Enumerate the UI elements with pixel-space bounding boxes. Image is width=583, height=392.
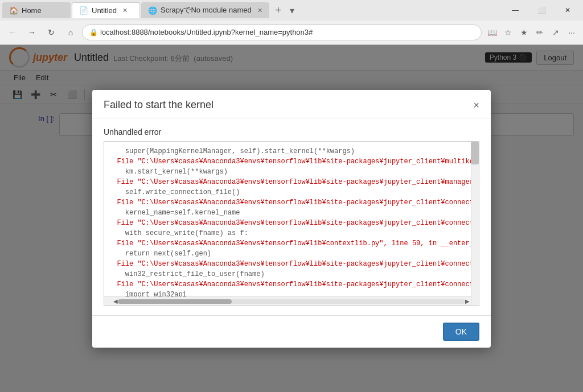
- error-line: import win32api: [109, 290, 466, 296]
- back-button[interactable]: ←: [5, 24, 20, 40]
- vertical-scrollbar[interactable]: [471, 142, 479, 306]
- untitled-tab-label: Untitled: [92, 6, 117, 15]
- scroll-left-arrow[interactable]: ◀: [113, 298, 118, 304]
- tab-untitled[interactable]: 📄 Untitled ✕: [72, 2, 140, 18]
- notes-icon[interactable]: ✏: [533, 26, 547, 39]
- error-line: kernel_name=self.kernel_name: [109, 208, 466, 218]
- error-box: super(MappingKernelManager, self).start_…: [104, 141, 479, 306]
- horizontal-scrollbar-container: ◀ ▶: [104, 296, 479, 306]
- modal-header: Failed to start the kernel ×: [92, 90, 491, 118]
- scrapy-tab-label: ScrapyでNo module named: [161, 5, 252, 15]
- error-line: File "C:\Users¥casas¥Anaconda3¥envs¥tens…: [109, 259, 466, 269]
- maximize-button[interactable]: ⬜: [528, 0, 555, 20]
- modal-close-button[interactable]: ×: [473, 100, 479, 110]
- reader-icon[interactable]: 📖: [485, 26, 499, 39]
- scroll-right-arrow[interactable]: ▶: [465, 298, 470, 304]
- error-label: Unhandled error: [104, 127, 479, 137]
- error-line: return next(self.gen): [109, 249, 466, 259]
- scrapy-tab-icon: 🌐: [148, 6, 157, 15]
- error-line: File "C:\Users¥casas¥Anaconda3¥envs¥tens…: [109, 156, 466, 167]
- error-line: super(MappingKernelManager, self).start_…: [109, 146, 466, 156]
- favorites-icon[interactable]: ☆: [501, 26, 515, 39]
- horizontal-scrollbar-thumb[interactable]: [118, 299, 232, 304]
- modal-footer: OK: [92, 315, 491, 348]
- window-controls: — ⬜ ✕: [502, 0, 581, 20]
- modal-body: Unhandled error super(MappingKernelManag…: [92, 118, 491, 315]
- minimize-button[interactable]: —: [502, 0, 528, 20]
- horizontal-scrollbar-track[interactable]: [118, 299, 465, 304]
- modal-title: Failed to start the kernel: [104, 99, 214, 111]
- error-scroll-area[interactable]: super(MappingKernelManager, self).start_…: [104, 142, 479, 296]
- error-line: self.write_connection_file(): [109, 187, 466, 197]
- tab-bar: 🏠 Home 📄 Untitled ✕ 🌐 ScrapyでNo module n…: [0, 0, 583, 20]
- error-line: File "C:\Users¥casas¥Anaconda3¥envs¥tens…: [109, 279, 466, 290]
- modal-overlay: Failed to start the kernel × Unhandled e…: [0, 45, 583, 392]
- home-button[interactable]: ⌂: [63, 24, 79, 40]
- new-tab-button[interactable]: +: [270, 2, 286, 18]
- address-field[interactable]: 🔒 localhost:8888/notebooks/Untitled.ipyn…: [82, 24, 482, 40]
- address-text: localhost:8888/notebooks/Untitled.ipynb?…: [100, 28, 474, 36]
- address-bar: ← → ↻ ⌂ 🔒 localhost:8888/notebooks/Untit…: [0, 20, 583, 44]
- error-content: super(MappingKernelManager, self).start_…: [104, 142, 471, 296]
- ok-button[interactable]: OK: [443, 323, 479, 341]
- address-right-buttons: 📖 ☆ ★ ✏ ↗ ···: [485, 26, 578, 39]
- share-icon[interactable]: ↗: [549, 26, 563, 39]
- lock-icon: 🔒: [89, 28, 98, 36]
- scrollbar-thumb[interactable]: [471, 142, 479, 164]
- jupyter-area: jupyter Untitled Last Checkpoint: 6分前 (a…: [0, 45, 583, 392]
- tab-scrapy[interactable]: 🌐 ScrapyでNo module named ✕: [141, 2, 269, 18]
- close-button[interactable]: ✕: [555, 0, 581, 20]
- error-line: File "C:\Users¥casas¥Anaconda3¥envs¥tens…: [109, 197, 466, 208]
- error-modal: Failed to start the kernel × Unhandled e…: [92, 90, 491, 348]
- untitled-tab-close[interactable]: ✕: [122, 7, 128, 14]
- tab-home[interactable]: 🏠 Home: [2, 2, 71, 18]
- untitled-tab-icon: 📄: [79, 6, 88, 15]
- error-line: File "C:\Users¥casas¥Anaconda3¥envs¥tens…: [109, 177, 466, 187]
- browser-chrome: 🏠 Home 📄 Untitled ✕ 🌐 ScrapyでNo module n…: [0, 0, 583, 45]
- home-tab-icon: 🏠: [9, 6, 18, 15]
- error-line: win32_restrict_file_to_user(fname): [109, 269, 466, 279]
- error-line: with secure_write(fname) as f:: [109, 228, 466, 238]
- error-line: File "C:\Users¥casas¥Anaconda3¥envs¥tens…: [109, 218, 466, 228]
- scrapy-tab-close[interactable]: ✕: [257, 7, 262, 14]
- error-line: File "C:\Users¥casas¥Anaconda3¥envs¥tens…: [109, 238, 466, 249]
- hub-icon[interactable]: ★: [517, 26, 531, 39]
- more-icon[interactable]: ···: [565, 26, 578, 39]
- tab-menu-button[interactable]: ▾: [288, 5, 297, 16]
- error-line: km.start_kernel(**kwargs): [109, 167, 466, 177]
- refresh-button[interactable]: ↻: [43, 24, 59, 40]
- forward-button[interactable]: →: [24, 24, 40, 40]
- home-tab-label: Home: [22, 6, 42, 15]
